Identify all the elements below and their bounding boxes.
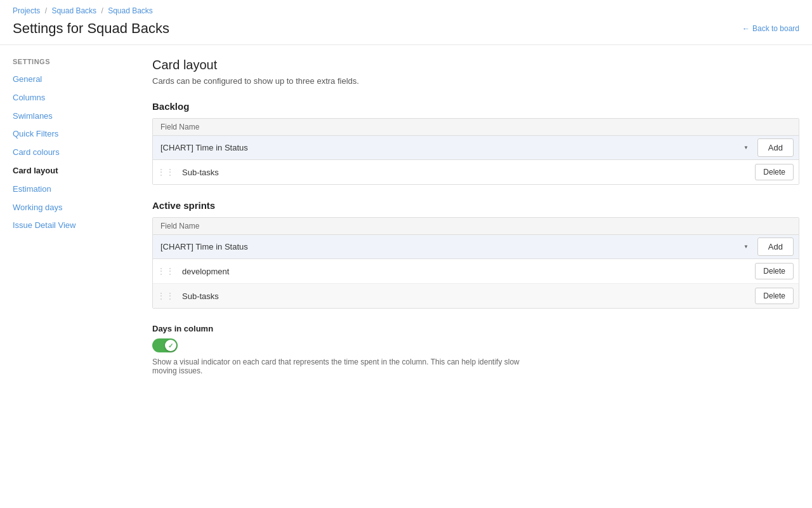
backlog-field-header: Field Name [153,119,799,136]
backlog-title: Backlog [152,101,799,112]
days-in-column-description: Show a visual indicator on each card tha… [152,358,520,375]
page-title: Settings for Squad Backs [13,20,169,37]
active-sprints-delete-button-0[interactable]: Delete [755,263,794,279]
back-to-board-link[interactable]: ← Back to board [742,24,799,33]
days-in-column-section: Days in column Show a visual indicator o… [152,324,799,375]
days-in-column-toggle[interactable] [152,338,178,352]
sidebar-item-general[interactable]: General [13,70,114,89]
backlog-table: Field Name [CHART] Time in Status Add ⋮⋮… [152,118,799,185]
drag-handle-icon: ⋮⋮ [153,167,180,177]
backlog-select-wrapper: [CHART] Time in Status [153,138,755,157]
backlog-field-select[interactable]: [CHART] Time in Status [153,138,755,157]
active-sprints-delete-button-1[interactable]: Delete [755,288,794,304]
backlog-add-row: [CHART] Time in Status Add [153,136,799,160]
backlog-item-row: ⋮⋮ Sub-tasks Delete [153,160,799,184]
active-sprints-title: Active sprints [152,200,799,211]
active-sprints-section: Active sprints Field Name [CHART] Time i… [152,200,799,309]
sidebar-item-columns[interactable]: Columns [13,89,114,107]
toggle-knob [165,340,176,351]
page-header: Settings for Squad Backs ← Back to board [0,18,812,45]
breadcrumb-projects[interactable]: Projects [13,6,40,15]
drag-handle-icon-0: ⋮⋮ [153,266,180,276]
active-sprints-item-name-1: Sub-tasks [180,289,755,304]
active-sprints-select-wrapper: [CHART] Time in Status [153,237,755,257]
sidebar-item-quick-filters[interactable]: Quick Filters [13,125,114,144]
breadcrumb: Projects / Squad Backs / Squad Backs [0,0,812,18]
backlog-add-button[interactable]: Add [757,138,794,157]
sidebar-item-card-layout[interactable]: Card layout [13,162,114,180]
active-sprints-add-row: [CHART] Time in Status Add [153,235,799,259]
breadcrumb-squad-backs-2[interactable]: Squad Backs [108,6,153,15]
backlog-delete-button[interactable]: Delete [755,164,794,180]
backlog-item-name: Sub-tasks [180,165,755,180]
active-sprints-item-row-1: ⋮⋮ Sub-tasks Delete [153,284,799,308]
active-sprints-field-select[interactable]: [CHART] Time in Status [153,237,755,257]
sidebar-item-swimlanes[interactable]: Swimlanes [13,107,114,126]
backlog-section: Backlog Field Name [CHART] Time in Statu… [152,101,799,185]
content-title: Card layout [152,58,799,72]
sidebar: SETTINGS General Columns Swimlanes Quick… [13,58,127,375]
days-in-column-label: Days in column [152,324,799,333]
active-sprints-item-name-0: development [180,264,755,279]
main-layout: SETTINGS General Columns Swimlanes Quick… [0,45,812,388]
sidebar-item-estimation[interactable]: Estimation [13,180,114,199]
drag-handle-icon-1: ⋮⋮ [153,291,180,301]
active-sprints-add-button[interactable]: Add [757,237,794,256]
active-sprints-table: Field Name [CHART] Time in Status Add ⋮⋮… [152,217,799,309]
arrow-left-icon: ← [742,24,750,33]
active-sprints-item-row-0: ⋮⋮ development Delete [153,259,799,284]
breadcrumb-squad-backs-1[interactable]: Squad Backs [51,6,96,15]
sidebar-section-label: SETTINGS [13,58,114,65]
active-sprints-field-header: Field Name [153,218,799,235]
toggle-container [152,338,799,352]
content-description: Cards can be configured to show up to th… [152,76,799,86]
sidebar-item-working-days[interactable]: Working days [13,199,114,217]
sidebar-item-issue-detail-view[interactable]: Issue Detail View [13,217,114,235]
sidebar-nav: General Columns Swimlanes Quick Filters … [13,70,114,235]
content-area: Card layout Cards can be configured to s… [127,58,799,375]
sidebar-item-card-colours[interactable]: Card colours [13,144,114,162]
